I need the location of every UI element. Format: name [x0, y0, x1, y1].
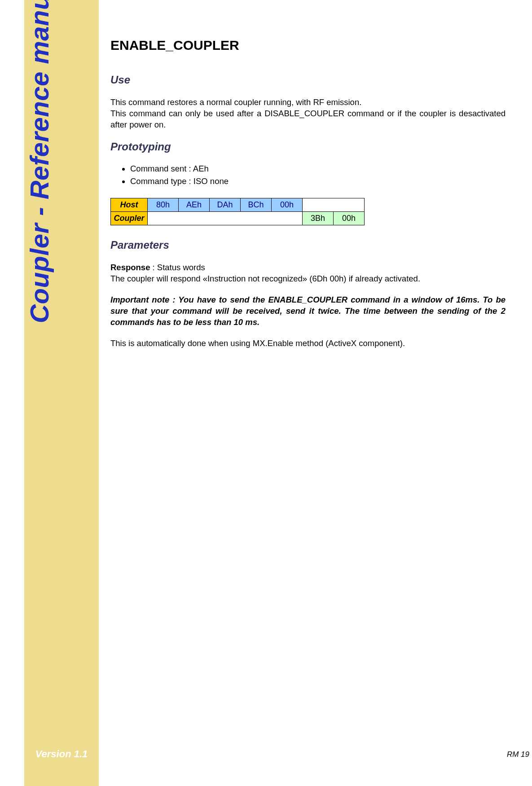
host-cell: 00h	[272, 198, 303, 211]
empty-cell	[303, 198, 365, 211]
important-note: Important note : You have to send the EN…	[110, 294, 506, 328]
host-cell: DAh	[210, 198, 241, 211]
response-line: Response : Status words	[110, 262, 506, 273]
response-label: Response	[110, 263, 150, 272]
main-content: ENABLE_COUPLER Use This command restores…	[110, 38, 506, 359]
table-row-coupler: Coupler 3Bh 00h	[111, 211, 365, 225]
response-paragraph: The coupler will respond «Instruction no…	[110, 273, 506, 285]
empty-cell	[148, 211, 303, 225]
coupler-cell: 00h	[334, 211, 365, 225]
host-cell: BCh	[241, 198, 272, 211]
auto-paragraph: This is automatically done when using MX…	[110, 338, 506, 349]
host-cell: AEh	[179, 198, 210, 211]
table-row-host: Host 80h AEh DAh BCh 00h	[111, 198, 365, 211]
section-heading-prototyping: Prototyping	[110, 141, 506, 153]
section-heading-parameters: Parameters	[110, 239, 506, 251]
use-paragraph-2: This command can only be used after a DI…	[110, 108, 506, 131]
host-label-cell: Host	[111, 198, 148, 211]
prototyping-bullets: Command sent : AEh Command type : ISO no…	[110, 164, 506, 186]
page-number: RM 19	[507, 750, 529, 759]
response-text: : Status words	[150, 263, 205, 272]
sidebar-vertical-title: Coupler - Reference manual	[24, 0, 54, 323]
page: Coupler - Reference manual Version 1.1 E…	[0, 0, 532, 786]
prototyping-table: Host 80h AEh DAh BCh 00h Coupler 3Bh 00h	[110, 198, 365, 225]
coupler-cell: 3Bh	[303, 211, 334, 225]
host-cell: 80h	[148, 198, 179, 211]
page-title: ENABLE_COUPLER	[110, 38, 506, 53]
use-paragraph-1: This command restores a normal coupler r…	[110, 97, 506, 108]
coupler-label-cell: Coupler	[111, 211, 148, 225]
bullet-item: Command sent : AEh	[110, 164, 506, 174]
section-heading-use: Use	[110, 74, 506, 86]
version-label: Version 1.1	[24, 748, 99, 760]
bullet-item: Command type : ISO none	[110, 176, 506, 186]
